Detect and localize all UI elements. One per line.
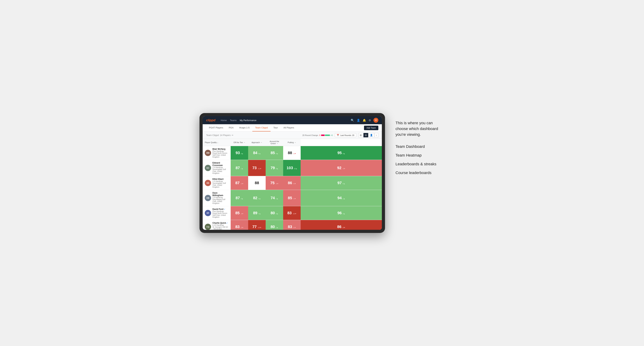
metric-approach: 80 1▲: [266, 220, 283, 230]
metric-value: 87: [235, 181, 240, 185]
profile-icon[interactable]: 👤: [357, 119, 360, 122]
player-club: Royal North Devon Golf Club, United King…: [212, 152, 228, 158]
annotation-item-0: Team Dashboard: [396, 144, 444, 149]
table-row[interactable]: BM Blair McHarg Plus Handicap Royal Nort…: [203, 146, 382, 160]
metric-player_quality: 85 -3▼: [231, 206, 248, 220]
metric-change: 4▲: [258, 198, 261, 199]
metric-change: 4▲: [241, 198, 243, 199]
table-row[interactable]: EC Edward Crossman 1-5 Handicap Sunningd…: [203, 160, 382, 176]
player-name[interactable]: Charlie Quick✓: [212, 222, 228, 224]
player-name[interactable]: Dave Billingham: [212, 192, 228, 197]
table-row[interactable]: DF David Ford✓ Plus Handicap Royal North…: [203, 206, 382, 220]
col-putting[interactable]: Putting →: [283, 139, 301, 146]
col-around-green[interactable]: Around the Green →: [266, 139, 283, 146]
sub-nav-team-clippd[interactable]: Team Clippd: [252, 124, 270, 131]
metric-change: -11▼: [258, 168, 262, 170]
col-player-quality[interactable]: Player Quality ↓: [203, 139, 231, 146]
col-approach[interactable]: Approach →: [248, 139, 266, 146]
metric-change: -3▼: [276, 183, 278, 184]
metric-value: 93: [236, 151, 240, 155]
table-row[interactable]: DB Dave Billingham 1-5 Handicap Gog Mago…: [203, 190, 382, 206]
player-avatar: EC: [205, 165, 211, 171]
user-avatar[interactable]: U: [374, 118, 378, 123]
metric-around_green: 103 15▲: [283, 160, 301, 176]
verified-icon: ✓: [224, 208, 225, 210]
metric-change: -1▼: [293, 153, 296, 155]
metric-change: 15▲: [294, 168, 297, 170]
sub-nav-tour[interactable]: Tour: [270, 124, 280, 131]
metric-value: 85: [235, 211, 240, 215]
bell-icon[interactable]: 🔔: [362, 119, 366, 122]
view-grid-button[interactable]: ⊟: [364, 133, 368, 137]
annotation-intro: This is where you can choose which dashb…: [396, 120, 444, 137]
player-name[interactable]: David Ford✓: [212, 208, 228, 210]
metric-player_quality: 83 -3▼: [231, 220, 248, 230]
last-rounds-button[interactable]: 📅 Last Rounds: 20: [335, 133, 356, 137]
metric-value: 87: [236, 166, 240, 170]
metric-value: 77: [252, 224, 256, 229]
player-avatar: EE: [205, 180, 211, 186]
player-name[interactable]: Elliot Ebert: [212, 178, 228, 180]
metric-value: 87: [236, 196, 240, 200]
nav-bar: clippd Home Teams My Performance 🔍 👤 🔔 ⚙…: [203, 116, 382, 124]
metric-player_quality: 87 1▲: [231, 160, 248, 176]
metric-putting: 92 -3▼: [301, 160, 382, 176]
add-team-button[interactable]: Add Team: [364, 126, 378, 130]
search-icon[interactable]: 🔍: [351, 119, 354, 122]
player-name[interactable]: Edward Crossman: [212, 162, 228, 167]
nav-my-performance[interactable]: My Performance: [240, 118, 256, 122]
sub-nav: PGAT Players PGA Hcaps 1-5 Team Clippd T…: [203, 124, 382, 132]
player-handicap: Plus Handicap: [212, 210, 228, 212]
sub-nav-pgat[interactable]: PGAT Players: [206, 124, 226, 131]
metric-value: 80: [270, 224, 275, 229]
view-heat-button[interactable]: 👤: [368, 133, 374, 137]
dashboard-table: Player Quality ↓ Off the Tee → Approach …: [203, 139, 382, 230]
table-scroll-area[interactable]: Player Quality ↓ Off the Tee → Approach …: [203, 139, 382, 230]
player-club: St. George's Hill GC - Weybridge - Surre…: [212, 226, 228, 230]
player-info: Dave Billingham 1-5 Handicap Gog Magog G…: [212, 192, 228, 204]
bar-green: [325, 135, 330, 136]
player-club: Sunningdale Golf Club, United Kingdom: [212, 169, 228, 174]
sub-nav-all-players[interactable]: All Players: [280, 124, 297, 131]
table-row[interactable]: EE Elliot Ebert 1-5 Handicap Sunningdale…: [203, 176, 382, 190]
sub-nav-pga[interactable]: PGA: [226, 124, 236, 131]
sub-nav-links: PGAT Players PGA Hcaps 1-5 Team Clippd T…: [206, 124, 364, 131]
metric-change: 8▲: [276, 153, 278, 155]
metric-change: -3▼: [240, 213, 244, 215]
metric-value: 80: [270, 211, 275, 215]
metric-value: 79: [270, 166, 275, 170]
sub-nav-hcaps[interactable]: Hcaps 1-5: [236, 124, 252, 131]
metric-value: 85: [288, 196, 292, 200]
player-club: Sunningdale Golf Club, United Kingdom: [212, 182, 228, 188]
change-bar: [321, 135, 330, 136]
metric-change: -14▼: [258, 227, 262, 228]
player-avatar: CQ: [205, 224, 211, 230]
table-row[interactable]: CQ Charlie Quick✓ 6-10 Handicap St. Geor…: [203, 220, 382, 230]
player-club: Royal North Devon Golf Club, United King…: [212, 212, 228, 218]
metric-around_green: 85 -3▼: [283, 190, 301, 206]
metric-approach: 85 8▲: [266, 146, 283, 160]
nav-teams[interactable]: Teams: [230, 118, 236, 122]
view-sort-button[interactable]: ↕: [374, 133, 378, 137]
nav-links: Home Teams My Performance: [221, 118, 347, 122]
player-name[interactable]: Blair McHarg: [212, 148, 228, 150]
metric-change: 1▲: [276, 198, 278, 199]
metric-value: 83: [235, 224, 240, 229]
metric-value: 88: [288, 151, 292, 155]
col-off-tee[interactable]: Off the Tee →: [231, 139, 248, 146]
nav-home[interactable]: Home: [221, 118, 227, 122]
metric-value: 84: [253, 151, 257, 155]
view-list-button[interactable]: ⊞: [358, 133, 363, 137]
metric-change: 1▲: [276, 227, 278, 228]
player-avatar: BM: [205, 150, 211, 156]
metric-off_tee: 82 4▲: [248, 190, 266, 206]
metric-putting: 95 9▲: [301, 146, 382, 160]
edit-icon[interactable]: ✏: [232, 134, 234, 137]
settings-icon[interactable]: ⚙: [368, 119, 371, 122]
annotation-item-1: Team Heatmap: [396, 153, 444, 158]
metric-change: 5▲: [343, 183, 345, 184]
player-info: Edward Crossman 1-5 Handicap Sunningdale…: [212, 162, 228, 174]
metric-putting: 94 1▲: [301, 190, 382, 206]
metric-off_tee: 77 -14▼: [248, 220, 266, 230]
player-info: Blair McHarg Plus Handicap Royal North D…: [212, 148, 228, 158]
